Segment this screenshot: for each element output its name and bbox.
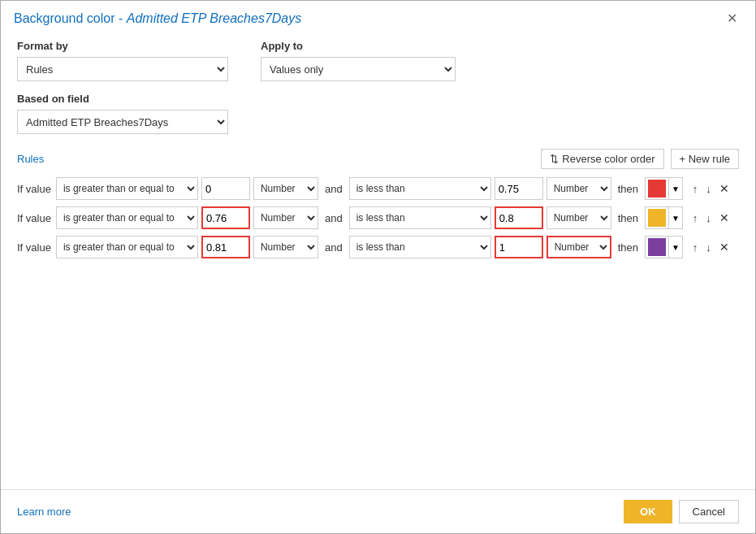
delete-rule-3[interactable]: ✕ xyxy=(716,239,732,255)
cancel-button[interactable]: Cancel xyxy=(679,500,739,523)
type1-select-3[interactable]: Number Percent xyxy=(253,236,318,258)
condition2-select-2[interactable]: is less than is greater than or equal to… xyxy=(349,206,491,229)
if-value-label-3: If value xyxy=(17,241,51,254)
if-value-label-2: If value xyxy=(17,212,51,224)
color-dropdown-arrow-2[interactable]: ▼ xyxy=(668,207,682,228)
apply-to-label: Apply to xyxy=(261,40,456,52)
based-on-group: Based on field Admitted ETP Breaches7Day… xyxy=(17,93,739,134)
color-swatch-box-1 xyxy=(648,180,666,198)
then-label-1: then xyxy=(618,183,638,195)
footer-buttons: OK Cancel xyxy=(624,500,739,523)
dialog-footer: Learn more OK Cancel xyxy=(1,489,755,533)
rule-arrows-1: ↑ ↓ ✕ xyxy=(689,180,732,197)
rules-actions: ⇅ Reverse color order + New rule xyxy=(541,149,739,169)
color-swatch-3 xyxy=(646,238,668,256)
reverse-color-order-button[interactable]: ⇅ Reverse color order xyxy=(541,149,663,169)
color-swatch-2 xyxy=(646,209,668,227)
type1-select-1[interactable]: Number Percent xyxy=(253,177,318,200)
condition-select-2[interactable]: is greater than or equal to is less than… xyxy=(56,206,198,229)
value1-input-3[interactable] xyxy=(201,236,250,258)
color-dropdown-arrow-3[interactable]: ▼ xyxy=(668,237,682,258)
type2-select-3[interactable]: Number Percent xyxy=(546,236,611,258)
reverse-color-order-label: Reverse color order xyxy=(562,153,654,165)
rule-arrows-2: ↑ ↓ ✕ xyxy=(689,210,732,226)
rules-link[interactable]: Rules xyxy=(17,153,44,165)
arrow-down-3[interactable]: ↓ xyxy=(702,239,715,255)
condition2-select-1[interactable]: is less than is greater than or equal to… xyxy=(349,177,491,200)
value2-input-3[interactable] xyxy=(495,236,543,258)
arrow-up-1[interactable]: ↑ xyxy=(689,180,702,197)
dialog-content: Format by Rules Color scale Gradient App… xyxy=(1,27,755,489)
color-button-2[interactable]: ▼ xyxy=(645,206,683,229)
ok-button[interactable]: OK xyxy=(624,500,672,523)
value1-input-1[interactable] xyxy=(201,177,250,200)
delete-rule-2[interactable]: ✕ xyxy=(716,210,732,226)
rule-row-2: If value is greater than or equal to is … xyxy=(17,206,739,229)
type2-select-1[interactable]: Number Percent xyxy=(546,177,611,200)
rule-row-1: If value is greater than or equal to is … xyxy=(17,177,739,200)
rule-arrows-3: ↑ ↓ ✕ xyxy=(689,239,732,255)
format-by-select[interactable]: Rules Color scale Gradient xyxy=(17,57,228,81)
color-swatch-box-3 xyxy=(648,238,666,256)
type2-select-2[interactable]: Number Percent xyxy=(546,206,611,229)
dialog-title: Background color - Admitted ETP Breaches… xyxy=(14,11,301,26)
and-label-2: and xyxy=(325,212,343,224)
format-by-group: Format by Rules Color scale Gradient xyxy=(17,40,228,81)
title-bar: Background color - Admitted ETP Breaches… xyxy=(1,1,755,27)
color-button-1[interactable]: ▼ xyxy=(645,177,683,200)
based-on-label: Based on field xyxy=(17,93,739,105)
rule-row-3: If value is greater than or equal to is … xyxy=(17,236,739,258)
arrow-down-1[interactable]: ↓ xyxy=(702,180,715,197)
arrow-down-2[interactable]: ↓ xyxy=(702,210,715,226)
value2-input-1[interactable] xyxy=(495,177,543,200)
based-on-select[interactable]: Admitted ETP Breaches7Days xyxy=(17,110,228,134)
condition-select-3[interactable]: is greater than or equal to is less than… xyxy=(56,236,198,258)
title-static: Background color - xyxy=(14,11,127,25)
title-italic: Admitted ETP Breaches7Days xyxy=(127,11,302,25)
color-dropdown-arrow-1[interactable]: ▼ xyxy=(668,178,682,199)
format-apply-row: Format by Rules Color scale Gradient App… xyxy=(17,40,739,81)
delete-rule-1[interactable]: ✕ xyxy=(716,180,732,197)
then-label-3: then xyxy=(618,241,638,254)
color-button-3[interactable]: ▼ xyxy=(645,236,683,258)
condition2-select-3[interactable]: is less than is greater than or equal to… xyxy=(349,236,491,258)
rules-header: Rules ⇅ Reverse color order + New rule xyxy=(17,149,739,169)
close-button[interactable]: ✕ xyxy=(722,11,742,27)
format-by-label: Format by xyxy=(17,40,228,52)
value1-input-2[interactable] xyxy=(201,206,250,229)
dialog: Background color - Admitted ETP Breaches… xyxy=(0,0,756,534)
type1-select-2[interactable]: Number Percent xyxy=(253,206,318,229)
apply-to-group: Apply to Values only Header and values T… xyxy=(261,40,456,81)
then-label-2: then xyxy=(618,212,638,224)
and-label-1: and xyxy=(325,183,343,195)
new-rule-label: + New rule xyxy=(680,153,731,165)
arrow-up-2[interactable]: ↑ xyxy=(689,210,702,226)
condition-select-1[interactable]: is greater than or equal to is less than… xyxy=(56,177,198,200)
if-value-label-1: If value xyxy=(17,183,51,195)
color-swatch-1 xyxy=(646,180,668,198)
apply-to-select[interactable]: Values only Header and values Total valu… xyxy=(261,57,456,81)
new-rule-button[interactable]: + New rule xyxy=(671,149,740,169)
arrow-up-3[interactable]: ↑ xyxy=(689,239,702,255)
learn-more-link[interactable]: Learn more xyxy=(17,506,71,518)
value2-input-2[interactable] xyxy=(495,206,543,229)
color-swatch-box-2 xyxy=(648,209,666,227)
and-label-3: and xyxy=(325,241,343,254)
reverse-icon: ⇅ xyxy=(550,153,559,165)
rules-section: Rules ⇅ Reverse color order + New rule I… xyxy=(17,142,739,476)
